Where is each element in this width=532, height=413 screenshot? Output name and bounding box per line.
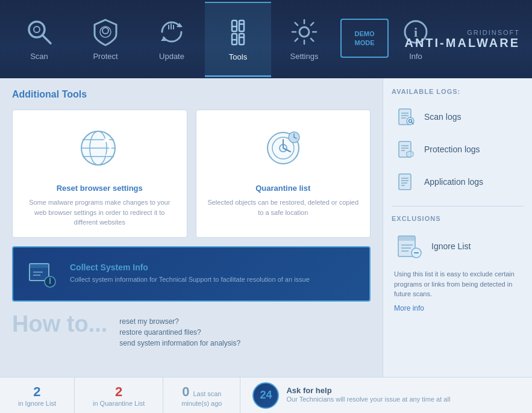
nav-label-scan: Scan: [30, 52, 48, 61]
protection-logs-item[interactable]: Protection logs: [392, 134, 524, 165]
nav-item-demo[interactable]: DEMO MODE: [337, 2, 392, 77]
howto-links: reset my browser? restore quarantined fi…: [119, 312, 240, 347]
help-icon: 24: [252, 382, 279, 409]
scan-stat: 0 Last scan minute(s) ago: [163, 377, 240, 413]
svg-point-18: [299, 27, 309, 37]
scan-logs-item[interactable]: Scan logs: [392, 101, 524, 132]
protection-logs-label: Protection logs: [424, 144, 480, 154]
quarantine-icon: [256, 122, 310, 176]
help-title: Ask for help: [286, 386, 450, 395]
reset-browser-card[interactable]: Reset browser settings Some malware prog…: [12, 110, 187, 238]
logs-section-title: AVAILABLE LOGS:: [392, 88, 524, 95]
nav-label-protect: Protect: [93, 52, 117, 61]
protect-icon: [89, 16, 122, 48]
exclusion-description: Using this list it is easy to exclude ce…: [392, 269, 524, 299]
last-scan-label2: minute(s) ago: [181, 400, 222, 407]
collect-title: Collect System Info: [70, 262, 310, 272]
application-logs-label: Application logs: [424, 177, 483, 187]
collect-desc: Collect system information for Technical…: [70, 275, 310, 285]
settings-icon: [288, 16, 321, 48]
left-panel: Additional Tools: [0, 78, 383, 377]
howto-section: How to... reset my browser? restore quar…: [12, 310, 371, 347]
quarantine-stat: 2 in Quarantine List: [75, 377, 163, 413]
reset-browser-icon: [72, 122, 127, 176]
divider: [392, 206, 524, 206]
application-logs-icon: [395, 171, 417, 193]
more-info-link[interactable]: More info: [392, 304, 524, 312]
exclusions-title: EXCLUSIONS: [392, 215, 524, 222]
cards-row: Reset browser settings Some malware prog…: [12, 110, 371, 238]
brand-title: ANTI-MALWARE: [404, 36, 520, 50]
howto-link-quarantine[interactable]: restore quarantined files?: [119, 328, 240, 337]
svg-rect-37: [30, 264, 49, 268]
svg-rect-11: [239, 20, 244, 31]
svg-point-40: [49, 282, 51, 284]
last-scan-count: 0: [182, 384, 189, 400]
brand-area: GRIDINSOFT ANTI-MALWARE: [404, 29, 520, 50]
howto-link-reset[interactable]: reset my browser?: [119, 317, 240, 326]
scan-logs-label: Scan logs: [424, 112, 461, 122]
nav-item-update[interactable]: Update: [139, 2, 205, 77]
collect-icon: [24, 256, 60, 292]
reset-browser-desc: Some malware programs make changes to yo…: [22, 197, 177, 228]
howto-link-sysinfo[interactable]: send system information for analysis?: [119, 339, 240, 347]
brand-subtitle: GRIDINSOFT: [404, 29, 520, 36]
scan-icon: [23, 16, 55, 48]
nav-item-settings[interactable]: Settings: [271, 2, 337, 77]
reset-browser-title: Reset browser settings: [57, 184, 143, 193]
svg-line-1: [43, 36, 51, 43]
ask-help-area: 24 Ask for help Our Technicians will res…: [240, 382, 462, 409]
quarantine-card[interactable]: Quarantine list Selected objects can be …: [196, 110, 371, 238]
help-desc: Our Technicians will resolve your issue …: [286, 395, 450, 404]
main-content: Additional Tools: [0, 78, 532, 377]
help-text: Ask for help Our Technicians will resolv…: [286, 386, 450, 404]
svg-rect-9: [173, 25, 174, 30]
quarantine-count: 2: [115, 384, 122, 400]
nav-label-info: Info: [409, 52, 422, 61]
nav-label-settings: Settings: [290, 52, 319, 61]
quarantine-title: Quarantine list: [255, 184, 310, 193]
demo-button[interactable]: DEMO MODE: [340, 19, 389, 58]
quarantine-desc: Selected objects can be restored, delete…: [206, 197, 361, 217]
ignore-list-count: 2: [33, 384, 40, 400]
scan-logs-icon: [395, 106, 417, 128]
ignore-list-item[interactable]: Ignore List: [392, 228, 524, 264]
nav-item-tools[interactable]: Tools: [205, 2, 271, 77]
ignore-list-stat-label: in Ignore List: [18, 400, 56, 407]
quarantine-stat-label: in Quarantine List: [93, 400, 145, 407]
protection-logs-icon: [395, 138, 417, 160]
svg-rect-60: [398, 236, 415, 241]
tools-icon: [222, 16, 254, 49]
svg-point-2: [34, 26, 40, 33]
ignore-list-label: Ignore List: [431, 241, 471, 251]
nav-item-protect[interactable]: Protect: [72, 2, 139, 77]
right-panel: AVAILABLE LOGS: Scan logs: [383, 78, 532, 377]
svg-rect-54: [399, 174, 411, 190]
svg-rect-13: [239, 34, 244, 45]
collect-text: Collect System Info Collect system infor…: [70, 262, 310, 285]
nav-item-scan[interactable]: Scan: [6, 2, 72, 77]
last-scan-label1: Last scan: [193, 390, 221, 397]
ignore-list-icon: [395, 233, 424, 259]
application-logs-item[interactable]: Application logs: [392, 166, 524, 197]
collect-card[interactable]: Collect System Info Collect system infor…: [12, 246, 371, 302]
nav-label-update: Update: [159, 52, 184, 61]
top-navigation: Scan Protect Update: [0, 0, 532, 78]
svg-rect-8: [171, 23, 172, 30]
svg-point-3: [102, 28, 108, 34]
howto-title: How to...: [12, 312, 107, 335]
svg-rect-7: [168, 25, 169, 30]
nav-label-tools: Tools: [229, 52, 247, 61]
ignore-list-stat: 2 in Ignore List: [0, 377, 75, 413]
update-icon: [155, 16, 188, 48]
bottom-bar: 2 in Ignore List 2 in Quarantine List 0 …: [0, 377, 532, 413]
section-title: Additional Tools: [12, 89, 371, 100]
